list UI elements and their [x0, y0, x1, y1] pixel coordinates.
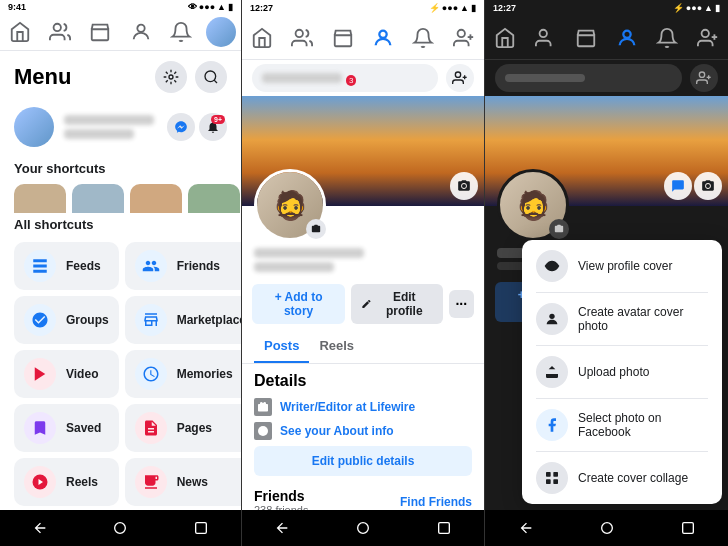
menu-item-pages[interactable]: Pages: [125, 404, 242, 452]
menu-user-row[interactable]: 9+: [0, 99, 241, 155]
shortcut-thumb-2[interactable]: [72, 184, 124, 213]
nav-profile[interactable]: [123, 14, 159, 50]
menu-item-video[interactable]: Video: [14, 350, 119, 398]
search-bar[interactable]: 3: [252, 64, 438, 92]
nav-bell-3[interactable]: [649, 20, 685, 56]
menu-item-friends[interactable]: Friends: [125, 242, 242, 290]
svg-point-10: [379, 30, 386, 37]
search-icon-btn[interactable]: [195, 61, 227, 93]
svg-point-7: [115, 523, 126, 534]
avatar-edit-sm[interactable]: [306, 219, 326, 239]
svg-rect-39: [546, 479, 551, 484]
tab-reels[interactable]: Reels: [309, 330, 364, 363]
nav-bell-2[interactable]: [405, 20, 441, 56]
battery-icon: ▮: [228, 2, 233, 12]
dropdown-select-photo-facebook[interactable]: Select photo on Facebook: [522, 399, 722, 451]
cover-chat-btn-3[interactable]: [664, 172, 692, 200]
work-text: Writer/Editor at Lifewire: [280, 400, 415, 414]
nav-people[interactable]: [42, 14, 78, 50]
android-home-2[interactable]: [349, 514, 377, 542]
android-back-3[interactable]: [512, 514, 540, 542]
dropdown-upload-photo[interactable]: Upload photo: [522, 346, 722, 398]
panel-menu: 9:41 👁 ●●● ▲ ▮ Menu: [0, 0, 242, 546]
nav-home[interactable]: [2, 14, 38, 50]
search-bar-3[interactable]: [495, 64, 682, 92]
work-icon: [254, 398, 272, 416]
add-to-story-btn[interactable]: + Add to story: [252, 284, 345, 324]
nav-add-friend-2[interactable]: [446, 20, 482, 56]
work-link[interactable]: Lifewire: [370, 400, 415, 414]
svg-point-2: [169, 75, 173, 79]
menu-item-groups[interactable]: Groups: [14, 296, 119, 344]
svg-rect-37: [546, 472, 551, 477]
android-recent-2[interactable]: [430, 514, 458, 542]
status-icons-1: 👁 ●●● ▲ ▮: [188, 2, 233, 12]
menu-header: Menu: [0, 51, 241, 99]
menu-item-saved[interactable]: Saved: [14, 404, 119, 452]
saved-icon: [24, 412, 56, 444]
edit-public-btn[interactable]: Edit public details: [254, 446, 472, 476]
upload-photo-label: Upload photo: [578, 365, 649, 379]
android-home[interactable]: [106, 514, 134, 542]
dropdown-create-avatar-cover[interactable]: Create avatar cover photo: [522, 293, 722, 345]
tab-posts[interactable]: Posts: [254, 330, 309, 363]
nav-bar-2: [242, 16, 484, 60]
android-back[interactable]: [26, 514, 54, 542]
menu-item-reels[interactable]: Reels: [14, 458, 119, 506]
search-count-badge: 3: [346, 75, 356, 86]
dropdown-view-profile-cover[interactable]: View profile cover: [522, 240, 722, 292]
status-time-3: 12:27: [493, 3, 516, 13]
android-home-3[interactable]: [593, 514, 621, 542]
find-friends-link[interactable]: Find Friends: [400, 495, 472, 509]
marketplace-icon: [135, 304, 167, 336]
nav-home-3[interactable]: [487, 20, 523, 56]
nav-add-friend-3[interactable]: [690, 20, 726, 56]
nav-avatar[interactable]: [203, 14, 239, 50]
android-recent-3[interactable]: [674, 514, 702, 542]
shortcut-thumb-4[interactable]: [188, 184, 240, 213]
nav-bell[interactable]: [163, 14, 199, 50]
menu-item-marketplace[interactable]: Marketplace: [125, 296, 242, 344]
nav-profile-3[interactable]: [609, 20, 645, 56]
svg-point-29: [699, 72, 704, 77]
shortcut-thumb-1[interactable]: [14, 184, 66, 213]
pages-label: Pages: [177, 421, 212, 435]
menu-item-feeds[interactable]: Feeds: [14, 242, 119, 290]
nav-store[interactable]: [82, 14, 118, 50]
nav-store-2[interactable]: [325, 20, 361, 56]
menu-item-news[interactable]: News: [125, 458, 242, 506]
profile-cover-2: 🧔: [242, 96, 484, 206]
nav-people-2[interactable]: [284, 20, 320, 56]
dropdown-create-cover-collage[interactable]: Create cover collage: [522, 452, 722, 504]
svg-point-26: [701, 29, 708, 36]
status-icons-2: ⚡ ●●● ▲ ▮: [429, 3, 476, 13]
avatar-edit-sm-3[interactable]: [549, 219, 569, 239]
more-btn[interactable]: ···: [449, 290, 474, 318]
feeds-icon: [24, 250, 56, 282]
search-badge-inline: 3: [346, 69, 356, 87]
messenger-icon-btn[interactable]: [167, 113, 195, 141]
add-friend-icon-btn[interactable]: [446, 64, 474, 92]
nav-people-3[interactable]: [528, 20, 564, 56]
svg-point-24: [539, 29, 546, 36]
nav-home-2[interactable]: [244, 20, 280, 56]
cover-edit-btn-3[interactable]: [694, 172, 722, 200]
svg-point-11: [457, 29, 464, 36]
add-friend-icon-btn-3[interactable]: [690, 64, 718, 92]
nav-store-3[interactable]: [568, 20, 604, 56]
user-avatar-sm: [206, 17, 236, 47]
cover-options-dropdown: View profile cover Create avatar cover p…: [522, 240, 722, 504]
menu-item-memories[interactable]: Memories: [125, 350, 242, 398]
svg-point-25: [623, 30, 630, 37]
settings-icon-btn[interactable]: [155, 61, 187, 93]
svg-point-3: [205, 71, 216, 82]
cover-edit-btn[interactable]: [450, 172, 478, 200]
notification-icon-btn[interactable]: 9+: [199, 113, 227, 141]
android-back-2[interactable]: [268, 514, 296, 542]
shortcut-thumb-3[interactable]: [130, 184, 182, 213]
svg-point-17: [462, 184, 466, 188]
news-icon: [135, 466, 167, 498]
android-recent[interactable]: [187, 514, 215, 542]
edit-profile-btn[interactable]: Edit profile: [351, 284, 442, 324]
nav-profile-2[interactable]: [365, 20, 401, 56]
